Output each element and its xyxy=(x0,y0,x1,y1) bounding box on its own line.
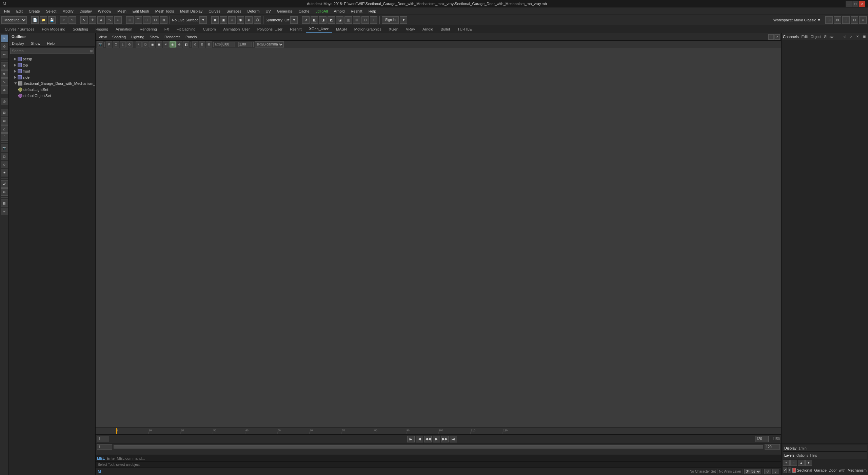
current-frame-input[interactable] xyxy=(97,436,109,442)
tab-bullet[interactable]: Bullet xyxy=(437,26,454,32)
menu-create[interactable]: Create xyxy=(26,8,43,14)
loop-btn[interactable]: ↺ xyxy=(764,469,771,474)
vp-gate-btn[interactable]: G xyxy=(126,41,133,48)
menu-curves[interactable]: Curves xyxy=(206,8,223,14)
vp-perspective-btn[interactable]: P xyxy=(106,41,112,48)
poly-lt[interactable]: △ xyxy=(1,125,8,133)
tab-sculpting[interactable]: Sculpting xyxy=(70,26,92,32)
vp-menu-renderer[interactable]: Renderer xyxy=(163,35,182,39)
symmetry-toggle[interactable]: ▼ xyxy=(290,16,298,24)
menu-help[interactable]: Help xyxy=(366,8,379,14)
vp-wireframe-btn[interactable]: ⬡ xyxy=(142,41,149,48)
range-track[interactable] xyxy=(114,445,763,449)
go-end-button[interactable]: ⏭ xyxy=(450,436,457,442)
xgen-lt[interactable]: ≋ xyxy=(1,208,8,215)
workspace-btn-2[interactable]: ⊠ xyxy=(834,16,841,24)
step-back-button[interactable]: ◀ xyxy=(416,436,423,442)
paint-select-btn[interactable]: ✏ xyxy=(1,51,8,58)
menu-display[interactable]: Display xyxy=(77,8,95,14)
layer-pickable-btn[interactable]: P xyxy=(788,468,791,473)
outliner-menu-show[interactable]: Show xyxy=(29,41,42,45)
tab-xgen-user[interactable]: XGen_User xyxy=(306,26,332,33)
layer-tab-1min[interactable]: 1min xyxy=(798,446,807,450)
mel-input[interactable] xyxy=(107,456,780,460)
save-file-button[interactable]: 💾 xyxy=(48,16,56,24)
range-end-input[interactable] xyxy=(765,444,780,450)
snap-grid-button[interactable]: ⊞ xyxy=(126,16,134,24)
rp-tab-channels[interactable]: Channels xyxy=(783,35,798,39)
layer-item-garage[interactable]: V P Sectional_Garage_Door_with_Mechanism xyxy=(783,467,867,474)
fps-selector[interactable]: 34 fps xyxy=(744,469,761,474)
layer-del-btn[interactable]: − xyxy=(790,460,797,466)
camera-btn-3[interactable]: ◨ xyxy=(319,16,327,24)
open-file-button[interactable]: 📁 xyxy=(40,16,47,24)
workspace-btn-4[interactable]: ⊡ xyxy=(851,16,858,24)
rp-tab-object[interactable]: Object xyxy=(810,35,821,39)
vp-grid-btn[interactable]: ⊞ xyxy=(206,41,212,48)
play-forward-button[interactable]: ▶ xyxy=(433,436,440,442)
menu-uv[interactable]: UV xyxy=(263,8,274,14)
vp-colorspace-select[interactable]: sRGB gamma xyxy=(255,41,284,48)
component-lt[interactable]: ⊞ xyxy=(1,117,8,125)
outliner-item-top[interactable]: top xyxy=(9,62,95,68)
menu-edit[interactable]: Edit xyxy=(14,8,25,14)
menu-select[interactable]: Select xyxy=(43,8,59,14)
outliner-item-lightset[interactable]: defaultLightSet xyxy=(9,87,95,93)
account-dropdown[interactable]: ▼ xyxy=(400,16,407,24)
render-btn-6[interactable]: ⬡ xyxy=(254,16,261,24)
restore-button[interactable]: □ xyxy=(852,1,859,7)
mode-selector[interactable]: Modeling xyxy=(1,16,27,24)
tab-rendering[interactable]: Rendering xyxy=(136,26,160,32)
go-start-button[interactable]: ⏮ xyxy=(407,436,415,442)
vp-all-lights-btn[interactable]: ⊕ xyxy=(176,41,182,48)
create-light-lt[interactable]: ☀ xyxy=(1,169,8,176)
menu-edit-mesh[interactable]: Edit Mesh xyxy=(130,8,152,14)
vp-menu-lighting[interactable]: Lighting xyxy=(130,35,146,39)
universal-lt[interactable]: ⊕ xyxy=(1,87,8,94)
tab-motion-graphics[interactable]: Motion Graphics xyxy=(351,26,385,32)
tab-turtle[interactable]: TURTLE xyxy=(454,26,475,32)
menu-arnold[interactable]: Arnold xyxy=(331,8,348,14)
outliner-search-input[interactable] xyxy=(10,48,94,54)
nurbs-lt[interactable]: ⌒ xyxy=(1,133,8,141)
snap-curve-button[interactable]: ⌒ xyxy=(135,16,142,24)
tab-animation-user[interactable]: Animation_User xyxy=(220,26,253,32)
universal-manip-button[interactable]: ⊕ xyxy=(114,16,122,24)
tab-animation[interactable]: Animation xyxy=(112,26,136,32)
redo-button[interactable]: ↪ xyxy=(68,16,76,24)
outliner-item-persp[interactable]: persp xyxy=(9,56,95,62)
outliner-item-objectset[interactable]: defaultObjectSet xyxy=(9,93,95,99)
range-start-input[interactable] xyxy=(97,444,112,450)
menu-generate[interactable]: Generate xyxy=(274,8,295,14)
vp-xray-btn[interactable]: ⊙ xyxy=(192,41,198,48)
camera-btn-8[interactable]: ⊟ xyxy=(361,16,369,24)
vp-menu-show[interactable]: Show xyxy=(148,35,161,39)
render-btn-1[interactable]: ◼ xyxy=(211,16,219,24)
rp-tab-show[interactable]: Show xyxy=(824,35,833,39)
rotate-tool-button[interactable]: ↺ xyxy=(97,16,105,24)
camera-lt[interactable]: 📷 xyxy=(1,145,8,152)
show-manip-lt[interactable]: ⊟ xyxy=(1,109,8,116)
layer-new-btn[interactable]: + xyxy=(783,460,790,466)
sculpt-lt[interactable]: ⊕ xyxy=(1,188,8,196)
sign-in-button[interactable]: Sign In xyxy=(382,16,399,24)
menu-modify[interactable]: Modify xyxy=(60,8,76,14)
layer-down-btn[interactable]: ▼ xyxy=(805,460,812,466)
vp-isolate-btn[interactable]: ⊟ xyxy=(199,41,205,48)
rotate-tool-lt[interactable]: ↺ xyxy=(1,70,8,78)
vp-default-light-btn[interactable]: ◉ xyxy=(170,41,176,48)
scale-tool-button[interactable]: ⤡ xyxy=(106,16,113,24)
audio-btn[interactable]: ♪ xyxy=(772,469,779,474)
menu-cache[interactable]: Cache xyxy=(296,8,312,14)
tab-arnold[interactable]: Arnold xyxy=(419,26,437,32)
layer-up-btn[interactable]: ▲ xyxy=(798,460,805,466)
menu-file[interactable]: File xyxy=(1,8,13,14)
vp-menu-shading[interactable]: Shading xyxy=(111,35,127,39)
vp-exposure-input[interactable] xyxy=(221,42,235,47)
tab-reshift[interactable]: Reshift xyxy=(287,26,305,32)
camera-btn-4[interactable]: ◩ xyxy=(328,16,335,24)
menu-surfaces[interactable]: Surfaces xyxy=(224,8,244,14)
step-forward-button[interactable]: ▶▶ xyxy=(441,436,449,442)
menu-window[interactable]: Window xyxy=(95,8,114,14)
rp-btn-2[interactable]: ▷ xyxy=(848,35,854,38)
